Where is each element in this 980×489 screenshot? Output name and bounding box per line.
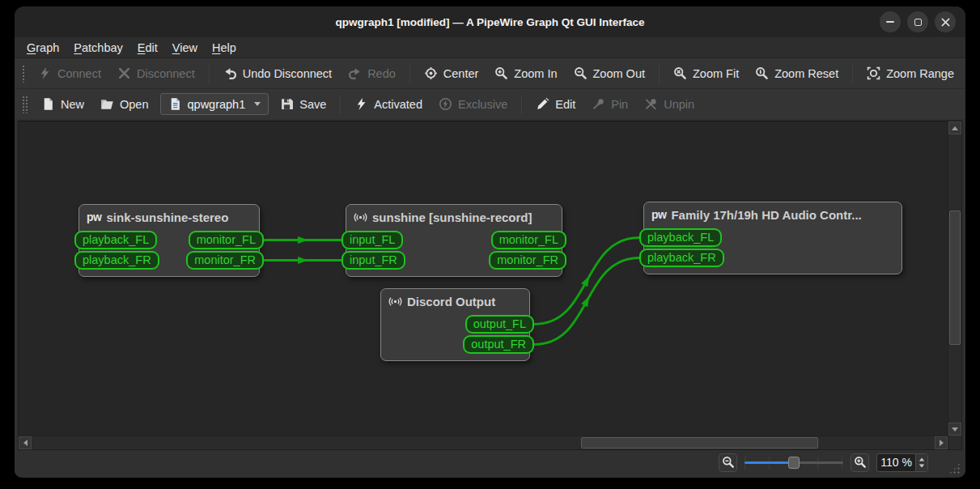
title-bar[interactable]: qpwgraph1 [modified] — A PipeWire Graph … <box>15 6 965 37</box>
port-input_FL[interactable]: input_FL <box>342 231 403 249</box>
center-icon <box>424 66 438 80</box>
zoom-in-icon <box>494 66 508 80</box>
row-spacer <box>381 315 465 334</box>
scroll-right-button[interactable] <box>935 436 948 449</box>
menu-patchbay[interactable]: Patchbay <box>66 40 129 56</box>
port-row: output_FR <box>381 335 529 354</box>
window-controls <box>880 11 956 32</box>
vertical-scrollbar[interactable] <box>948 121 961 449</box>
port-monitor_FL[interactable]: monitor_FL <box>189 231 264 249</box>
save-button[interactable]: Save <box>272 93 334 115</box>
button-label: New <box>61 98 84 111</box>
button-label: Zoom In <box>514 67 557 80</box>
port-monitor_FR[interactable]: monitor_FR <box>489 251 566 270</box>
port-playback_FL[interactable]: playback_FL <box>639 228 722 247</box>
toolbar-drag-handle[interactable] <box>22 65 24 83</box>
port-row: input_FLmonitor_FL <box>346 231 562 249</box>
toolbar-separator <box>659 64 660 83</box>
resize-grip[interactable] <box>948 462 961 474</box>
patchbay-file-icon <box>168 97 182 111</box>
qpwgraph1-combo[interactable]: qpwgraph1 <box>160 93 269 115</box>
graph-view: pwsink-sunshine-stereoplayback_FLmonitor… <box>18 121 962 450</box>
open-icon <box>100 97 114 111</box>
combo-label: qpwgraph1 <box>188 98 246 111</box>
activated-button[interactable]: Activated <box>346 93 431 115</box>
zoom-fit-button[interactable]: Zoom Fit <box>665 62 747 84</box>
port-output_FR[interactable]: output_FR <box>463 335 534 354</box>
center-button[interactable]: Center <box>416 62 487 84</box>
port-row: input_FRmonitor_FR <box>346 251 562 270</box>
close-button[interactable] <box>935 11 956 32</box>
pin-button[interactable]: Pin <box>583 93 636 115</box>
zoom-slider-handle[interactable] <box>788 457 800 469</box>
undo-disconnect-button[interactable]: Undo Disconnect <box>215 62 340 84</box>
minimize-button[interactable] <box>880 11 901 32</box>
new-button[interactable]: New <box>33 93 92 115</box>
horizontal-scrollbar[interactable] <box>19 436 948 449</box>
triangle-left-icon <box>23 440 28 446</box>
vertical-scrollbar-thumb[interactable] <box>949 210 961 345</box>
pin-icon <box>592 97 605 111</box>
redo-button[interactable]: Redo <box>340 62 404 84</box>
zoom-out-button[interactable] <box>719 453 737 472</box>
button-label: Activated <box>374 98 422 111</box>
zoom-out-button[interactable]: Zoom Out <box>566 62 653 84</box>
zoom-in-button[interactable] <box>851 453 869 472</box>
spin-up-icon <box>919 457 924 461</box>
menu-help[interactable]: Help <box>205 40 244 56</box>
button-label: Zoom Out <box>593 67 645 80</box>
port-row: playback_FR <box>644 249 902 267</box>
port-monitor_FR[interactable]: monitor_FR <box>186 251 264 270</box>
zoom-spinbox[interactable]: 110 % <box>876 453 928 472</box>
status-bar: 110 % <box>15 450 965 474</box>
button-label: Redo <box>367 67 396 80</box>
scroll-down-button[interactable] <box>948 423 961 436</box>
button-label: Center <box>443 67 479 80</box>
zoom-in-button[interactable]: Zoom In <box>486 62 565 84</box>
zoom-fit-icon <box>673 66 687 80</box>
node-title-text: sunshine [sunshine-record] <box>372 210 532 224</box>
edit-button[interactable]: Edit <box>528 93 583 115</box>
zoom-slider[interactable] <box>745 453 843 471</box>
scroll-left-button[interactable] <box>19 436 32 449</box>
maximize-icon <box>914 19 922 26</box>
node-sunshine-sunshine-record[interactable]: sunshine [sunshine-record]input_FLmonito… <box>346 204 562 277</box>
scroll-up-button[interactable] <box>948 121 961 134</box>
port-playback_FL[interactable]: playback_FL <box>74 231 157 249</box>
close-icon <box>941 18 950 27</box>
menu-edit[interactable]: Edit <box>130 40 165 56</box>
toolbar-file: NewOpenqpwgraph1SaveActivatedExclusiveEd… <box>15 88 965 119</box>
media-icon <box>354 210 367 224</box>
connect-button[interactable]: Connect <box>30 62 109 84</box>
port-output_FL[interactable]: output_FL <box>465 315 534 334</box>
port-row: output_FL <box>381 315 529 334</box>
graph-canvas[interactable]: pwsink-sunshine-stereoplayback_FLmonitor… <box>19 121 948 436</box>
unpin-button[interactable]: Unpin <box>636 93 702 115</box>
open-button[interactable]: Open <box>92 93 156 115</box>
node-sink-sunshine-stereo[interactable]: pwsink-sunshine-stereoplayback_FLmonitor… <box>78 204 260 277</box>
zoom-range-button[interactable]: Zoom Range <box>859 62 962 84</box>
port-input_FR[interactable]: input_FR <box>342 251 405 270</box>
node-family-17h-19h-hd-audio-contr[interactable]: pwFamily 17h/19h HD Audio Contr...playba… <box>643 202 902 274</box>
exclusive-button[interactable]: Exclusive <box>431 93 515 115</box>
disconnect-icon <box>117 66 131 80</box>
maximize-button[interactable] <box>907 11 928 32</box>
port-monitor_FL[interactable]: monitor_FL <box>491 231 566 249</box>
zoom-reset-button[interactable]: Zoom Reset <box>747 62 846 84</box>
node-title-text: Discord Output <box>407 295 495 308</box>
disconnect-button[interactable]: Disconnect <box>109 62 203 84</box>
menu-graph[interactable]: Graph <box>19 40 66 56</box>
spinbox-arrows[interactable] <box>915 454 927 471</box>
button-label: Zoom Fit <box>693 67 739 80</box>
node-title-text: sink-sunshine-stereo <box>106 210 228 224</box>
exclusive-icon <box>439 97 452 111</box>
port-playback_FR[interactable]: playback_FR <box>639 249 724 267</box>
toolbar-drag-handle[interactable] <box>22 96 28 113</box>
button-label: Undo Disconnect <box>243 67 332 80</box>
button-label: Connect <box>57 67 101 80</box>
menu-view[interactable]: View <box>165 40 205 56</box>
port-row: playback_FLmonitor_FL <box>79 231 259 249</box>
horizontal-scrollbar-thumb[interactable] <box>581 437 818 449</box>
node-discord-output[interactable]: Discord Outputoutput_FLoutput_FR <box>380 288 530 361</box>
port-playback_FR[interactable]: playback_FR <box>74 251 159 270</box>
